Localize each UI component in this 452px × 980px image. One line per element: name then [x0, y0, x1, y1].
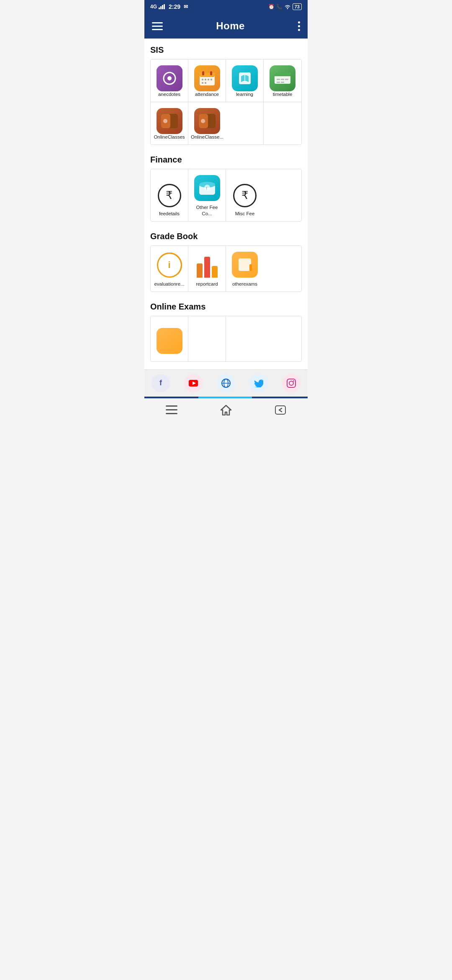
signal-indicator: 4G [150, 4, 157, 10]
svg-rect-23 [281, 79, 284, 80]
content-area: SIS anecdotes [144, 39, 308, 369]
svg-point-4 [287, 8, 288, 9]
onlineclasses1-icon [157, 108, 182, 134]
onlineexam-item[interactable] [151, 316, 188, 361]
gradebook-grid: i evaluationre... reportcard [150, 245, 302, 292]
evaluationre-label: evaluationre... [154, 281, 184, 287]
anecdotes-label: anecdotes [158, 91, 180, 98]
svg-point-32 [201, 119, 205, 123]
miscfee-label: Misc Fee [235, 211, 255, 217]
bottom-nav [144, 398, 308, 423]
nav-menu-button[interactable] [165, 404, 178, 416]
learning-icon [232, 65, 258, 91]
finance-title: Finance [150, 155, 302, 165]
empty-cell-1 [226, 102, 264, 144]
miscfee-icon: ₹ [233, 184, 257, 207]
onlineexams-section: Online Exams [144, 295, 308, 365]
svg-rect-48 [166, 409, 177, 410]
menu-button[interactable] [152, 22, 163, 30]
svg-text:↑: ↑ [205, 186, 208, 191]
anecdotes-item[interactable]: anecdotes [151, 59, 188, 102]
otherfeeco-item[interactable]: ↑ Other Fee Co... [188, 169, 226, 221]
attendance-item[interactable]: attendance [188, 59, 226, 102]
svg-rect-1 [160, 6, 162, 9]
wifi-icon [284, 4, 291, 9]
finance-empty [264, 169, 301, 221]
otherfeeco-label: Other Fee Co... [191, 204, 223, 217]
gradebook-empty [264, 246, 301, 291]
attendance-label: attendance [195, 91, 219, 98]
otherfeeco-icon: ↑ [194, 175, 220, 201]
svg-rect-2 [162, 5, 163, 9]
svg-rect-3 [164, 4, 165, 9]
svg-point-46 [293, 380, 294, 382]
signal-bars [159, 4, 165, 9]
svg-rect-44 [287, 379, 295, 387]
reportcard-item[interactable]: reportcard [188, 246, 226, 291]
evaluationre-icon: i [157, 253, 182, 278]
gradebook-section: Grade Book i evaluationre... reportcard [144, 225, 308, 295]
svg-rect-26 [281, 82, 284, 83]
facebook-button[interactable]: f [152, 374, 170, 392]
sis-section: SIS anecdotes [144, 39, 308, 148]
svg-rect-10 [210, 71, 212, 75]
sis-title: SIS [150, 45, 302, 55]
svg-rect-50 [275, 406, 285, 414]
svg-rect-16 [205, 82, 206, 84]
svg-rect-22 [277, 79, 280, 80]
timetable-item[interactable]: timetable [264, 59, 301, 102]
svg-rect-13 [208, 79, 209, 80]
svg-rect-25 [277, 82, 280, 83]
evaluationre-item[interactable]: i evaluationre... [151, 246, 188, 291]
gradebook-title: Grade Book [150, 232, 302, 241]
svg-rect-38 [249, 264, 252, 271]
svg-rect-24 [285, 79, 288, 80]
onlineexam-icon [157, 328, 182, 354]
call-icon: 📞 [276, 4, 282, 10]
svg-rect-11 [202, 79, 203, 80]
more-options-button[interactable] [298, 21, 300, 31]
nav-back-button[interactable] [274, 404, 287, 416]
svg-rect-14 [211, 79, 212, 80]
reportcard-icon [197, 254, 218, 278]
svg-point-45 [289, 381, 293, 385]
svg-point-29 [163, 119, 167, 123]
instagram-button[interactable] [282, 374, 300, 392]
sis-grid: anecdotes [150, 59, 302, 145]
svg-rect-0 [159, 8, 160, 9]
page-title: Home [216, 20, 245, 32]
empty-cell-2 [264, 102, 301, 144]
svg-rect-12 [205, 79, 206, 80]
svg-point-6 [167, 76, 172, 80]
social-bar: f [144, 369, 308, 397]
feedetails-item[interactable]: ₹ feedetails [151, 169, 188, 221]
finance-grid: ₹ feedetails ↑ Other Fee Co... [150, 169, 302, 222]
miscfee-item[interactable]: ₹ Misc Fee [226, 169, 264, 221]
oe-empty3 [264, 316, 301, 361]
onlineclasses2-item[interactable]: OnlineClasse... [188, 102, 226, 144]
message-icon: ✉ [184, 4, 188, 10]
svg-rect-9 [202, 71, 204, 75]
nav-home-button[interactable] [220, 404, 232, 416]
twitter-button[interactable] [249, 374, 268, 392]
onlineclasses1-label: OnlineClasses [154, 134, 185, 140]
otherexams-item[interactable]: otherexams [226, 246, 264, 291]
status-right: ⏰ 📞 73 [268, 3, 302, 10]
onlineclasses1-item[interactable]: OnlineClasses [151, 102, 188, 144]
onlineclasses2-icon [194, 108, 220, 134]
onlineexams-title: Online Exams [150, 302, 302, 312]
anecdotes-icon [157, 65, 182, 91]
oe-empty1 [188, 316, 226, 361]
youtube-button[interactable] [184, 374, 203, 392]
finance-section: Finance ₹ feedetails ↑ [144, 148, 308, 225]
time-display: 2:29 [169, 3, 180, 10]
attendance-icon [194, 65, 220, 91]
timetable-label: timetable [273, 91, 293, 98]
otherexams-label: otherexams [232, 281, 257, 287]
website-button[interactable] [217, 374, 235, 392]
oe-empty2 [226, 316, 264, 361]
learning-item[interactable]: learning [226, 59, 264, 102]
status-left: 4G 2:29 ✉ [150, 3, 188, 10]
feedetails-icon: ₹ [158, 184, 181, 207]
svg-rect-49 [166, 413, 177, 414]
